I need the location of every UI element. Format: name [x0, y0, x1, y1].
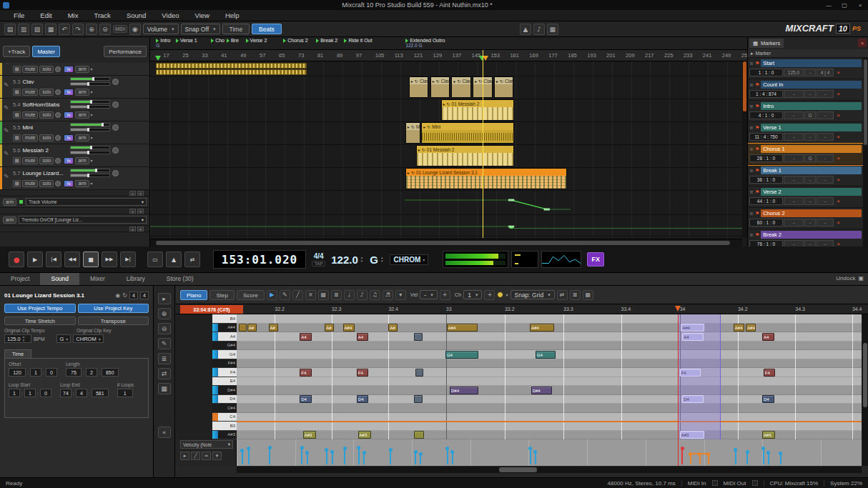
marker-position-field[interactable]: 36 : 1 : 0 [749, 176, 783, 184]
volume-slider[interactable] [70, 100, 110, 104]
playhead-line[interactable] [678, 439, 679, 466]
track-knob[interactable] [55, 112, 61, 118]
offset-tick[interactable]: 0 [46, 368, 57, 377]
clip-loop-icon[interactable]: ↻ [411, 170, 415, 175]
marker-grip-icon[interactable]: ≡ [749, 61, 754, 66]
selection-region[interactable] [678, 314, 721, 439]
beats-mode-button[interactable]: Beats [252, 24, 282, 34]
timeline-clip[interactable]: ▸↻Clav [430, 76, 450, 98]
clip-loop-icon[interactable]: ↻ [415, 79, 418, 84]
automation-param-dropdown[interactable]: Track Volume▾ [26, 198, 147, 206]
marker-grip-icon[interactable]: ≡ [749, 232, 754, 238]
note-length-dropdown[interactable]: ▾ [395, 290, 406, 300]
velocity-plus-button[interactable]: + [440, 290, 450, 300]
piano-roll-hscrollbar[interactable] [237, 467, 862, 473]
mute-button[interactable]: mute [22, 134, 38, 141]
marker-signature-field[interactable]: 4 | 4 [817, 69, 834, 76]
solo-button[interactable]: solo [39, 111, 54, 119]
timeline-region-flag[interactable]: Extended Outro122.0 G [405, 38, 445, 48]
pan-slider[interactable] [70, 174, 110, 177]
track-knob[interactable] [55, 181, 61, 186]
marker-grip-icon[interactable]: ≡ [749, 146, 754, 152]
timeline-clip[interactable]: ▸↻Mini [421, 122, 514, 144]
velocity-stem[interactable] [690, 454, 691, 464]
offset-fields[interactable]: 120: 1: 0 [9, 368, 57, 377]
timeline-clip[interactable]: ▸↻01 Lounge Lizard Session 3.1 [405, 168, 567, 189]
marker-position-field[interactable]: 60 : 1 : 0 [749, 219, 783, 226]
velocity-dropdown[interactable]: - ▾ [420, 290, 437, 299]
sound-speaker-icon[interactable]: ◉ [115, 292, 120, 299]
go-to-start-button[interactable]: |◀ [46, 252, 61, 267]
clip-play-icon[interactable]: ▸ [411, 79, 413, 84]
grid-tool[interactable]: ▦ [158, 383, 171, 394]
marker-row[interactable]: ≡ ⚑ Verse 2 44 : 1 : 0 - - - × [748, 186, 863, 208]
marker-key-field[interactable]: - [804, 133, 816, 141]
measures-value[interactable]: 4 [140, 292, 149, 299]
preview-play-button[interactable]: ▶ [267, 290, 277, 300]
velocity-stem[interactable] [332, 452, 333, 465]
clip-play-icon[interactable]: ▸ [418, 147, 420, 152]
note-eighth-button[interactable]: ♬ [383, 290, 393, 300]
fast-forward-button[interactable]: ▶▶ [102, 252, 117, 267]
marker-name[interactable]: Break 2 [761, 231, 862, 239]
piano-key-f4[interactable]: F4 [212, 368, 237, 377]
clip-play-icon[interactable]: ▸ [453, 79, 455, 84]
velocity-stem[interactable] [420, 454, 421, 464]
automation-lane[interactable] [150, 197, 742, 213]
fx-button[interactable]: fx [64, 66, 74, 73]
add-automation-button[interactable]: + [129, 226, 136, 231]
velocity-line-tool[interactable]: ╱ [191, 452, 200, 460]
tab-store-30-[interactable]: Store (30) [156, 273, 204, 285]
event-list-icon[interactable]: ≣ [570, 290, 581, 300]
note-quarter-button[interactable]: ♫ [370, 290, 380, 300]
velocity-stem[interactable] [452, 452, 453, 465]
marker-row[interactable]: ≡ ⚑ Count In 1 : 4 : 874 - - - × [748, 79, 863, 101]
marker-grip-icon[interactable]: ≡ [749, 82, 754, 88]
marker-position-field[interactable]: 1 : 4 : 874 [749, 90, 783, 98]
snap-grid-dropdown[interactable]: Snap: Grid ▾ [511, 290, 555, 299]
velocity-area[interactable] [237, 439, 862, 466]
loop-end-bar[interactable]: 74 [60, 389, 71, 397]
track-name[interactable]: SoftHornStabs [22, 101, 68, 108]
timeline-clip[interactable]: ▸↻Clav [409, 76, 428, 98]
loop-start-tick[interactable]: 0 [40, 389, 51, 397]
tab-project[interactable]: Project [0, 273, 40, 285]
midi-note[interactable]: A# [269, 324, 278, 332]
clip-loop-icon[interactable]: ↻ [436, 79, 440, 84]
track-pencil-icon[interactable]: ✎ [4, 63, 9, 66]
velocity-stem[interactable] [248, 448, 250, 464]
midi-note[interactable]: D#4 [531, 387, 553, 394]
velocity-stem[interactable] [390, 449, 391, 464]
velocity-play-tool[interactable]: ▸ [180, 452, 189, 460]
zoom-out-icon[interactable]: ⊖ [99, 24, 111, 35]
piano-display-icon[interactable]: ▦ [318, 290, 329, 300]
eraser-tool[interactable]: × [305, 290, 316, 300]
tempo-spinner[interactable]: ▴▾ [361, 256, 363, 263]
markers-close-button[interactable]: × [858, 39, 867, 47]
arm-dropdown-icon[interactable]: ▾ [91, 66, 93, 71]
automation-arm-button[interactable]: arm [3, 216, 16, 224]
midi-note[interactable]: A#3 [303, 431, 316, 439]
marker-row[interactable]: ≡ ⚑ Verse 1 11 : 4 : 750 - - - × [748, 122, 863, 144]
midi-note[interactable]: F4 [300, 369, 312, 377]
time-tab[interactable]: Time [4, 349, 31, 358]
piano-key-as3[interactable]: A#3 [212, 431, 237, 440]
marker-row[interactable]: ≡ ⚑ Start 1 : 1 : 0 125.0 - 4 | 4 × [748, 58, 863, 79]
marker-row[interactable]: ≡ ⚑ Intro 4 : 1 : 0 - G - × [748, 101, 863, 122]
marker-row[interactable]: ≡ ⚑ Break 1 36 : 1 : 0 - - - × [748, 165, 863, 186]
add-automation-button[interactable]: + [129, 209, 136, 214]
length-beat[interactable]: 2 [86, 368, 97, 377]
track-sliders[interactable] [70, 146, 110, 154]
solo-button[interactable]: solo [39, 89, 54, 96]
loop-start-fields[interactable]: 1: 1: 0 [9, 389, 51, 397]
speaker-icon[interactable]: ◉ [129, 24, 141, 35]
marker-delete-button[interactable]: × [834, 241, 842, 247]
save-project-icon[interactable]: ▧ [31, 24, 43, 35]
marker-signature-field[interactable]: - [817, 240, 834, 247]
record-button[interactable]: ● [9, 252, 24, 267]
clip-loop-icon[interactable]: ↻ [422, 147, 425, 152]
solo-button[interactable]: solo [39, 134, 54, 141]
midi-note[interactable]: A4 [357, 333, 369, 341]
clip-play-icon[interactable]: ▸ [475, 79, 477, 84]
track-row[interactable]: ✎ 5.4 SoftHornStabs ▦ mute solo fx arm ▾ [0, 99, 149, 121]
